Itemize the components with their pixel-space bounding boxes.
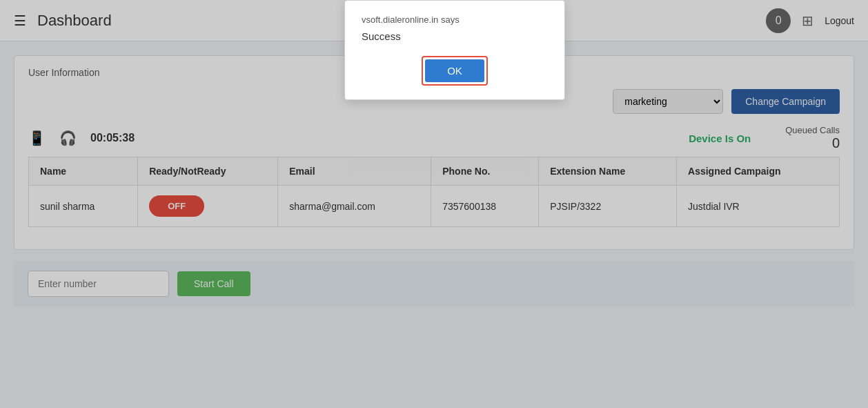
- ok-btn-highlight: OK: [422, 56, 488, 86]
- dialog-footer: OK: [362, 56, 548, 86]
- dialog-origin: vsoft.dialeronline.in says: [362, 14, 548, 25]
- dialog-overlay: You vsoft.dialeronline.in says Success O…: [0, 0, 868, 320]
- dialog-message: Success: [362, 30, 548, 42]
- ok-button[interactable]: OK: [425, 59, 484, 82]
- dialog-box: vsoft.dialeronline.in says Success OK: [344, 0, 565, 100]
